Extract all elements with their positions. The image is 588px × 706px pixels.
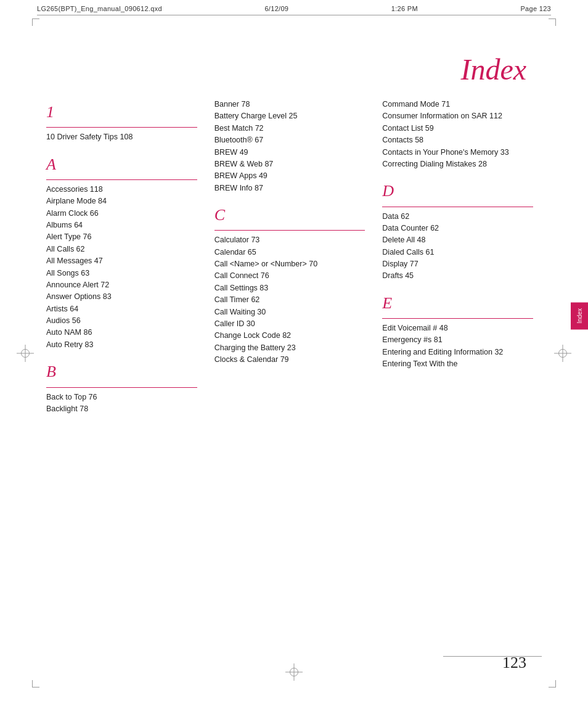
entry-A-13: Auto NAM 86: [46, 327, 197, 339]
divider-E: [382, 318, 533, 319]
header-time: 1:26 PM: [391, 5, 418, 12]
entry-Bc-4: Bluetooth® 67: [214, 134, 365, 146]
page-title: Index: [460, 52, 526, 86]
bottom-line: [443, 656, 542, 657]
entry-E-4: Entering Text With the: [382, 358, 533, 370]
reg-mark-left: [21, 349, 30, 358]
header-filename: LG265(BPT)_Eng_manual_090612.qxd: [37, 5, 162, 12]
entry-D-5: Display 77: [382, 258, 533, 270]
entry-E-2: Emergency #s 81: [382, 334, 533, 346]
entry-Bc-8: BREW Info 87: [214, 183, 365, 194]
entry-C-1: Calculator 73: [214, 234, 365, 246]
section-B: B Back to Top 76 Backlight 78: [46, 359, 197, 415]
entry-Bc-6: BREW & Web 87: [214, 158, 365, 170]
section-header-A: A: [46, 152, 197, 177]
reg-mark-right: [558, 349, 567, 358]
page-number: 123: [502, 654, 526, 672]
section-header-1: 1: [46, 100, 197, 125]
entry-A-14: Auto Retry 83: [46, 339, 197, 351]
entry-A-8: All Songs 63: [46, 268, 197, 279]
column-3: Command Mode 71 Consumer Information on …: [374, 99, 542, 632]
entry-Bc-3: Best Match 72: [214, 123, 365, 134]
entry-1-1: 10 Driver Safety Tips 108: [46, 131, 197, 143]
entry-A-11: Artists 64: [46, 303, 197, 315]
reg-mark-bottom: [290, 668, 298, 676]
section-header-E: E: [382, 291, 533, 316]
section-D: D Data 62 Data Counter 62 Delete All 48 …: [382, 179, 533, 282]
divider-1: [46, 127, 197, 128]
header-bar: LG265(BPT)_Eng_manual_090612.qxd 6/12/09…: [37, 5, 551, 15]
section-E: E Edit Voicemail # 48 Emergency #s 81 En…: [382, 291, 533, 371]
entry-Bc-7: BREW Apps 49: [214, 170, 365, 182]
section-B-cont: Banner 78 Battery Charge Level 25 Best M…: [214, 99, 365, 194]
entry-D-1: Data 62: [382, 211, 533, 223]
header-page: Page 123: [520, 5, 551, 12]
entry-Bc-5: BREW 49: [214, 147, 365, 158]
divider-C: [214, 230, 365, 231]
entry-C-9: Change Lock Code 82: [214, 330, 365, 342]
entry-E-1: Edit Voicemail # 48: [382, 322, 533, 334]
entry-D-4: Dialed Calls 61: [382, 247, 533, 258]
entry-C-11: Clocks & Calendar 79: [214, 354, 365, 366]
section-A: A Accessories 118 Airplane Mode 84 Alarm…: [46, 152, 197, 351]
entry-C-4: Call Connect 76: [214, 270, 365, 282]
corner-mark-tl: [32, 18, 39, 26]
column-1: 1 10 Driver Safety Tips 108 A Accessorie…: [46, 99, 206, 632]
entry-A-9: Announce Alert 72: [46, 279, 197, 291]
entry-Bc-2: Battery Charge Level 25: [214, 110, 365, 122]
content-area: 1 10 Driver Safety Tips 108 A Accessorie…: [46, 99, 542, 632]
entry-A-3: Alarm Clock 66: [46, 208, 197, 220]
entry-B-2: Backlight 78: [46, 403, 197, 415]
section-1: 1 10 Driver Safety Tips 108: [46, 100, 197, 144]
entry-C-8: Caller ID 30: [214, 318, 365, 330]
header-date: 6/12/09: [264, 5, 288, 12]
entry-C-10: Charging the Battery 23: [214, 342, 365, 354]
entry-A-4: Albums 64: [46, 220, 197, 231]
entry-Cc-4: Contacts 58: [382, 134, 533, 146]
entry-C-7: Call Waiting 30: [214, 306, 365, 318]
side-tab: Index: [571, 302, 588, 329]
corner-mark-br: [549, 680, 556, 688]
entry-D-6: Drafts 45: [382, 270, 533, 282]
section-header-D: D: [382, 179, 533, 203]
entry-C-2: Calendar 65: [214, 247, 365, 258]
entry-C-3: Call <Name> or <Number> 70: [214, 258, 365, 270]
entry-A-7: All Messages 47: [46, 255, 197, 267]
corner-mark-tr: [549, 18, 556, 26]
entry-A-10: Answer Options 83: [46, 291, 197, 303]
entry-Cc-2: Consumer Information on SAR 112: [382, 110, 533, 122]
entry-E-3: Entering and Editing Information 32: [382, 347, 533, 358]
entry-A-2: Airplane Mode 84: [46, 195, 197, 207]
entry-Bc-1: Banner 78: [214, 99, 365, 110]
entry-D-2: Data Counter 62: [382, 223, 533, 234]
entry-B-1: Back to Top 76: [46, 392, 197, 403]
section-header-B: B: [46, 359, 197, 384]
entry-A-1: Accessories 118: [46, 184, 197, 195]
entry-A-12: Audios 56: [46, 315, 197, 327]
entry-Cc-3: Contact List 59: [382, 123, 533, 134]
divider-D: [382, 207, 533, 207]
entry-C-5: Call Settings 83: [214, 282, 365, 294]
entry-Cc-5: Contacts in Your Phone's Memory 33: [382, 147, 533, 158]
entry-Cc-6: Correcting Dialing Mistakes 28: [382, 158, 533, 170]
divider-B: [46, 387, 197, 388]
section-header-C: C: [214, 203, 365, 228]
corner-mark-bl: [32, 680, 39, 688]
entry-Cc-1: Command Mode 71: [382, 99, 533, 110]
section-C: C Calculator 73 Calendar 65 Call <Name> …: [214, 203, 365, 366]
entry-C-6: Call Timer 62: [214, 294, 365, 306]
divider-A: [46, 179, 197, 180]
entry-A-5: Alert Type 76: [46, 231, 197, 243]
entry-A-6: All Calls 62: [46, 244, 197, 255]
entry-D-3: Delete All 48: [382, 234, 533, 246]
section-C-cont: Command Mode 71 Consumer Information on …: [382, 99, 533, 170]
column-2: Banner 78 Battery Charge Level 25 Best M…: [206, 99, 374, 632]
